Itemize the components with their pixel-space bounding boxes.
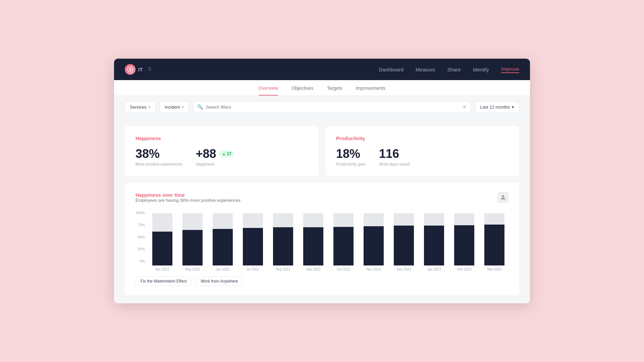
- bar-segment-dark: [454, 225, 474, 265]
- svg-rect-2: [501, 198, 505, 199]
- export-button[interactable]: [498, 192, 508, 203]
- happiness-value: 38%: [136, 148, 182, 160]
- happiness-metric-1: 38% More positive experiences: [136, 148, 182, 167]
- chart-card: Happiness over time Employees are having…: [125, 183, 519, 295]
- bar-month-label: Dec 2022: [397, 267, 411, 271]
- annotation-2: Work from Anywhere: [196, 277, 243, 286]
- bars-container: Apr 2022May 2022Jun 2022Jul 2022Aug 2022…: [148, 211, 508, 271]
- happiness-card: Happiness 38% More positive experiences …: [125, 126, 319, 176]
- bar-col: Dec 2022: [390, 211, 418, 271]
- svg-point-1: [129, 68, 131, 70]
- bar-segment-dark: [303, 227, 323, 265]
- y-label-0: 0%: [136, 259, 145, 263]
- bar-col: Nov 2022: [360, 211, 388, 271]
- annotation-1: Fix the Watermelon Effect: [136, 277, 192, 286]
- workdays-label: Work days saved: [379, 162, 410, 167]
- bar-segment-dark: [152, 232, 172, 265]
- bar-segment-light: [273, 213, 293, 227]
- time-chevron-icon: ▾: [512, 105, 514, 110]
- bar-segment-dark: [243, 228, 263, 265]
- bar-month-label: Oct 2022: [337, 267, 351, 271]
- y-label-50: 50%: [136, 235, 145, 239]
- bar-col: Apr 2022: [148, 211, 176, 271]
- search-icon: 🔍: [197, 104, 203, 110]
- productivity-metric-1: 18% Productivity gain: [336, 148, 366, 167]
- tab-objectives[interactable]: Objectives: [291, 85, 313, 96]
- top-nav: IT ⠿ Dashboard Measure Share Identify Im…: [114, 59, 530, 80]
- bar-segment-light: [243, 213, 263, 228]
- tab-targets[interactable]: Targets: [327, 85, 342, 96]
- services-filter[interactable]: Services ▾: [125, 102, 156, 113]
- bar-month-label: Jan 2023: [427, 267, 441, 271]
- filters-bar: Services ▾ Incident ▾ 🔍 ✕ Last 12 months…: [114, 96, 530, 118]
- nav-improve[interactable]: Improve: [501, 66, 519, 73]
- app-container: IT ⠿ Dashboard Measure Share Identify Im…: [114, 59, 530, 303]
- happiness-score-row: +88 ▲ 17: [196, 148, 234, 160]
- happiness-title: Happiness: [136, 135, 308, 141]
- y-label-75: 75%: [136, 223, 145, 227]
- chart-header: Happiness over time Employees are having…: [136, 192, 508, 209]
- y-axis: 100% 75% 50% 25% 0%: [136, 211, 148, 271]
- happiness-label: More positive experiences: [136, 162, 182, 167]
- tab-overview[interactable]: Overview: [259, 85, 278, 96]
- nav-links: Dashboard Measure Share Identify Improve: [379, 66, 519, 73]
- bar-month-label: Apr 2022: [156, 267, 169, 271]
- bar-month-label: Jun 2022: [216, 267, 230, 271]
- bar-col: Aug 2022: [269, 211, 297, 271]
- productivity-label: Productivity gain: [336, 162, 366, 167]
- bar-month-label: Aug 2022: [276, 267, 290, 271]
- bar-segment-dark: [364, 226, 384, 265]
- nav-identify[interactable]: Identify: [473, 67, 489, 72]
- bar-month-label: May 2022: [185, 267, 200, 271]
- y-label-100: 100%: [136, 211, 145, 215]
- tabs-bar: Overview Objectives Targets Improvements: [114, 80, 530, 96]
- search-clear-icon[interactable]: ✕: [463, 104, 467, 110]
- time-range-label: Last 12 months: [480, 105, 510, 110]
- bar-month-label: Sep 2022: [306, 267, 321, 271]
- incident-filter[interactable]: Incident ▾: [160, 102, 189, 113]
- happiness-badge: ▲ 17: [219, 150, 234, 157]
- nav-dashboard[interactable]: Dashboard: [379, 67, 404, 72]
- tab-improvements[interactable]: Improvements: [356, 85, 385, 96]
- bar-month-label: Feb 2023: [457, 267, 471, 271]
- bar-segment-dark: [213, 229, 233, 265]
- workdays-value: 116: [379, 148, 410, 160]
- annotations-row: Fix the Watermelon Effect Work from Anyw…: [136, 277, 508, 286]
- bar-segment-light: [454, 213, 474, 225]
- nav-it-label: IT: [138, 67, 143, 72]
- bar-col: Jun 2022: [209, 211, 237, 271]
- chart-title-group: Happiness over time Employees are having…: [136, 192, 240, 209]
- bar-segment-dark: [424, 226, 444, 265]
- productivity-metric-2: 116 Work days saved: [379, 148, 410, 167]
- incident-chevron-icon: ▾: [182, 105, 184, 109]
- bar-month-label: Nov 2022: [367, 267, 381, 271]
- services-chevron-icon: ▾: [149, 105, 151, 109]
- search-input[interactable]: [206, 105, 460, 110]
- incident-label: Incident: [165, 105, 180, 110]
- nav-measure[interactable]: Measure: [416, 67, 435, 72]
- time-range-filter[interactable]: Last 12 months ▾: [475, 102, 519, 113]
- bar-col: Oct 2022: [329, 211, 358, 271]
- bar-segment-dark: [182, 230, 203, 265]
- services-label: Services: [130, 105, 147, 110]
- svg-rect-3: [501, 199, 505, 199]
- bar-segment-light: [333, 213, 354, 227]
- bar-col: Jul 2022: [239, 211, 267, 271]
- bar-col: Jan 2023: [420, 211, 448, 271]
- app-logo: [125, 64, 136, 75]
- y-label-25: 25%: [136, 247, 145, 251]
- productivity-metrics: 18% Productivity gain 116 Work days save…: [336, 148, 508, 167]
- productivity-card: Productivity 18% Productivity gain 116 W…: [325, 126, 519, 176]
- happiness-metric-2: +88 ▲ 17 Happiness: [196, 148, 234, 167]
- chart-title: Happiness over time: [136, 192, 240, 198]
- bar-month-label: Jul 2022: [247, 267, 259, 271]
- bar-segment-light: [364, 213, 384, 226]
- bar-segment-light: [213, 213, 233, 229]
- bar-segment-light: [484, 213, 504, 225]
- bar-segment-light: [424, 213, 444, 226]
- happiness-score: +88: [196, 148, 216, 160]
- bar-col: Sep 2022: [299, 211, 327, 271]
- bar-segment-dark: [333, 227, 354, 265]
- search-box: 🔍 ✕: [193, 101, 471, 113]
- nav-share[interactable]: Share: [447, 67, 461, 72]
